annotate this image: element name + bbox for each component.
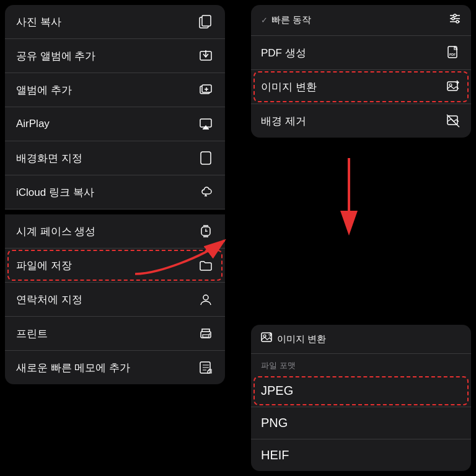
pdf-icon: PDF bbox=[445, 45, 461, 61]
menu-item-print[interactable]: 프린트 bbox=[5, 317, 225, 351]
svg-rect-38 bbox=[262, 333, 271, 342]
wallpaper-icon bbox=[198, 150, 214, 166]
airplay-icon bbox=[198, 116, 214, 132]
svg-point-17 bbox=[203, 295, 208, 300]
panel-item-pdf[interactable]: PDF 생성 PDF bbox=[251, 36, 471, 70]
image-convert-icon bbox=[445, 79, 461, 95]
menu-item-assign-contact[interactable]: 연락처에 지정 bbox=[5, 283, 225, 317]
menu-separator bbox=[5, 209, 225, 214]
shared-album-icon bbox=[198, 48, 214, 64]
chevron-left-icon: ✓ bbox=[261, 15, 268, 25]
svg-line-25 bbox=[208, 369, 209, 371]
svg-point-20 bbox=[209, 333, 210, 335]
menu-item-photo-copy[interactable]: 사진 복사 bbox=[5, 5, 225, 39]
format-png[interactable]: PNG bbox=[251, 407, 471, 439]
format-heif[interactable]: HEIF bbox=[251, 439, 471, 471]
contact-icon bbox=[198, 291, 214, 307]
svg-rect-31 bbox=[447, 82, 457, 90]
menu-item-airplay[interactable]: AirPlay bbox=[5, 107, 225, 141]
add-album-icon bbox=[198, 82, 214, 98]
menu-item-wallpaper[interactable]: 배경화면 지정 bbox=[5, 141, 225, 175]
svg-point-27 bbox=[452, 17, 454, 20]
svg-point-26 bbox=[454, 14, 456, 17]
arrow-top-to-bottom bbox=[330, 149, 368, 236]
svg-rect-10 bbox=[201, 152, 211, 164]
image-convert-label: 이미지 변환 bbox=[261, 80, 317, 94]
remove-bg-label: 배경 제거 bbox=[261, 114, 306, 128]
svg-rect-1 bbox=[202, 15, 211, 26]
svg-rect-19 bbox=[203, 335, 209, 337]
png-label: PNG bbox=[261, 416, 288, 430]
panel-item-image-convert[interactable]: 이미지 변환 bbox=[251, 70, 471, 104]
left-menu-panel: 사진 복사 공유 앨범에 추가 앨범에 추가 bbox=[5, 5, 225, 384]
quick-actions-panel: ✓ 빠른 동작 PDF 생성 PDF 이미지 변환 bbox=[251, 5, 471, 138]
copy-icon bbox=[198, 14, 214, 30]
menu-item-quick-note[interactable]: 새로운 빠른 메모에 추가 bbox=[5, 351, 225, 384]
folder-icon bbox=[198, 257, 214, 273]
jpeg-label: JPEG bbox=[261, 384, 293, 397]
menu-item-watch-face[interactable]: 시계 페이스 생성 bbox=[5, 214, 225, 249]
menu-item-save-file[interactable]: 파일에 저장 bbox=[5, 249, 225, 283]
format-section-label: 파일 포맷 bbox=[251, 354, 471, 375]
menu-item-icloud-link[interactable]: iCloud 링크 복사 bbox=[5, 175, 225, 209]
bottom-panel-header: 이미지 변환 bbox=[251, 325, 471, 354]
svg-point-28 bbox=[456, 20, 459, 23]
pdf-label: PDF 생성 bbox=[261, 46, 306, 60]
heif-label: HEIF bbox=[261, 448, 289, 462]
remove-bg-icon bbox=[445, 113, 461, 129]
panel-header: ✓ 빠른 동작 bbox=[251, 5, 471, 36]
image-convert-bottom-panel: 이미지 변환 파일 포맷 JPEG PNG HEIF bbox=[251, 325, 471, 471]
menu-item-add-album[interactable]: 앨범에 추가 bbox=[5, 73, 225, 107]
image-icon bbox=[261, 332, 272, 346]
menu-item-shared-album[interactable]: 공유 앨범에 추가 bbox=[5, 39, 225, 73]
format-jpeg[interactable]: JPEG bbox=[251, 375, 471, 407]
watch-icon bbox=[198, 223, 214, 239]
svg-text:PDF: PDF bbox=[449, 53, 456, 56]
customize-icon[interactable] bbox=[449, 12, 461, 28]
panel-item-remove-bg[interactable]: 배경 제거 bbox=[251, 104, 471, 138]
quick-note-icon bbox=[198, 359, 214, 376]
icloud-link-icon bbox=[198, 184, 214, 200]
print-icon bbox=[198, 325, 214, 342]
